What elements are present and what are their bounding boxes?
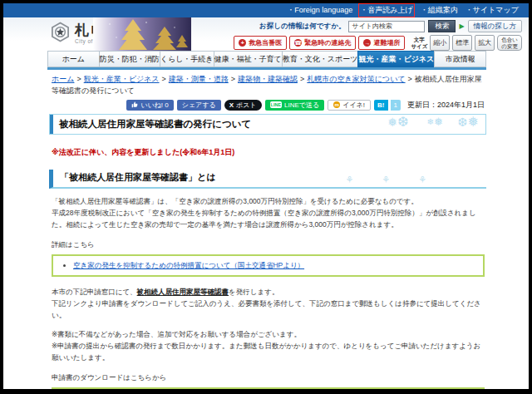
search-row: お探しの情報は何ですか。 検索 ▶ 情報の探し方 [259, 20, 522, 32]
thumbs-up-icon [131, 101, 138, 108]
topbar-link-sitemap[interactable]: ・サイトマップ [466, 5, 519, 16]
law-update-notice: ※法改正に伴い、内容を更新しました(令和6年1月1日) [52, 147, 485, 158]
breadcrumb-separator: > [231, 75, 235, 83]
share-button[interactable]: シェアする [177, 100, 221, 111]
evacuation-site-button[interactable]: → 避難場所 [358, 36, 405, 50]
external-link-box-mlit: 空き家の発生を抑制するための特例措置について（国土交通省HPより） [52, 254, 485, 277]
nav-tab-tourism-business[interactable]: 観光・産業・ビジネス [357, 51, 434, 67]
mixi-icon: m [333, 101, 340, 108]
global-nav: ホーム 防災・防犯・消防 くらし・手続き 健康・福祉・子育て 教育・文化・スポー… [47, 51, 486, 67]
download-label-block: 申請書のダウンロードはこちらから [52, 372, 487, 383]
flower-decoration: ⚘ ⚘ ⚘ [345, 175, 426, 185]
nav-underline [47, 67, 486, 70]
line-share-button[interactable]: LINE LINEで送る [265, 100, 325, 111]
breadcrumb-home[interactable]: ホーム [52, 75, 74, 83]
updated-date: 更新日：2024年1月1日 [407, 100, 485, 111]
how-to-find-info-button[interactable]: 情報の探し方 [468, 20, 522, 32]
nav-tab-education[interactable]: 教育・文化・スポーツ [282, 51, 358, 67]
paragraph-definition: 「被相続人居住用家屋等確認書」は、「空き家の譲渡所得の3,000万円特別控除」を… [52, 195, 487, 207]
nav-tab-health[interactable]: 健康・福祉・子育て [214, 51, 282, 67]
topbar-link-organization[interactable]: ・組織案内 [421, 5, 458, 16]
phone-icon: ☎ [294, 39, 302, 47]
sapporo-emblem-icon [50, 22, 71, 46]
confirmation-doc-emphasis: 被相続人居住用家屋等確認書 [137, 288, 229, 296]
top-utility-bar: ・Foreign language ・音声読み上げ ・組織案内 ・サイトマップ [3, 3, 529, 17]
page-title: 被相続人居住用家屋等確認書の発行について [53, 115, 251, 134]
section-heading-what-is: 「被相続人居住用家屋等確認書」とは ⚘ ⚘ ⚘ [49, 170, 486, 189]
breadcrumb-separator: > [76, 75, 81, 83]
snowflake-icon: ❆ [397, 116, 408, 129]
search-question-label: お探しの情報は何ですか。 [259, 22, 345, 32]
notes-block: ※書類に不備などがあった場合、追加で対応をお願いする場合がございます。 ※申請書… [52, 328, 487, 363]
site-header: 札幌市 City of Sapporo [3, 17, 529, 51]
nav-tab-home[interactable]: ホーム [47, 51, 99, 67]
flower-icon: ⚘ [345, 175, 353, 185]
sapporo-city-page: { "colors": { "topbar_bg": "#1c5fa8", "a… [0, 0, 532, 394]
nav-tab-disaster[interactable]: 防災・防犯・消防 [99, 51, 160, 67]
breadcrumb-tourism[interactable]: 観光・産業・ビジネス [84, 75, 160, 83]
emergency-contact-label: 緊急時の連絡先 [304, 38, 351, 47]
social-share-row: いいね! 0 シェアする X ポスト LINE LINEで送る m イイネ! B… [52, 100, 485, 111]
emergency-doctor-label: 救急当番医 [249, 38, 282, 47]
line-icon: LINE [270, 101, 283, 108]
hatena-icon: B! [374, 100, 387, 111]
paragraph-issuance: 本市の下記申請窓口にて、被相続人居住用家屋等確認書を発行します。 [52, 286, 487, 298]
flower-icon: ⚘ [418, 175, 426, 185]
font-size-label: 文字 サイズ [411, 37, 427, 49]
font-size-large-button[interactable]: 拡大 [475, 35, 495, 51]
facebook-like-button[interactable]: いいね! 0 [126, 100, 173, 111]
font-size-standard-button[interactable]: 標準 [452, 35, 472, 51]
search-button[interactable]: 検索 [428, 20, 456, 32]
mlit-special-measure-link[interactable]: 空き家の発生を抑制するための特例措置について（国土交通省HPより） [73, 261, 304, 269]
details-label: 詳細はこちら [52, 239, 487, 250]
winter-illumination-banner [93, 17, 191, 51]
breadcrumb-separator: > [162, 75, 166, 83]
paragraph-download-submit: 下記リンクより申請書をダウンロードしてご記入のうえ、必要書類を添付して、下記の窓… [52, 298, 487, 321]
breadcrumb-separator: > [408, 75, 412, 83]
details-label-block: 詳細はこちら [52, 239, 487, 250]
breadcrumb-separator: > [300, 75, 304, 83]
list-item: 空き家の発生を抑制するための特例措置について（国土交通省HPより） [73, 260, 475, 271]
topbar-link-foreign-language[interactable]: ・Foreign language [287, 5, 352, 16]
hatena-count: 1 [391, 100, 401, 111]
arrow-right-icon: ▶ [459, 22, 464, 30]
site-search-input[interactable] [348, 21, 425, 32]
flower-icon: ⚘ [382, 175, 390, 185]
nav-tab-city-info[interactable]: 市政情報 [434, 51, 486, 67]
evacuation-site-label: 避難場所 [373, 38, 400, 47]
snowflake-decoration: ❅ ❆ ❄ ❅ ❆ ❅ [387, 116, 479, 129]
emergency-contact-button[interactable]: ☎ 緊急時の連絡先 [289, 36, 356, 50]
plus-icon: + [239, 39, 246, 47]
emergency-doctor-button[interactable]: + 救急当番医 [234, 36, 287, 50]
snowflake-icon: ❅ [387, 116, 397, 128]
breadcrumb: ホーム>観光・産業・ビジネス>建築・測量・道路>建築物・建築確認>札幌市の空き家… [52, 74, 487, 97]
nav-tab-living[interactable]: くらし・手続き [160, 51, 214, 67]
snowflake-icon: ❅ [434, 116, 443, 127]
application-instructions: 本市の下記申請窓口にて、被相続人居住用家屋等確認書を発行します。 下記リンクより… [52, 286, 487, 321]
hatena-bookmark-button[interactable]: B! 1 [374, 100, 401, 111]
topbar-link-voice-readout[interactable]: ・音声読み上げ [360, 5, 412, 16]
snowflake-icon: ❆ [458, 116, 468, 128]
mixi-check-button[interactable]: m イイネ! [328, 100, 371, 111]
x-post-button[interactable]: X ポスト [224, 100, 262, 111]
breadcrumb-vacant-house[interactable]: 札幌市の空き家対策について [307, 75, 405, 83]
download-link-box: 「被相続人居住用家屋等申請書・確認書」（国土交通省HPからダウンロード） [52, 387, 485, 394]
x-logo-icon: X [229, 101, 234, 109]
breadcrumb-construction[interactable]: 建築・測量・道路 [169, 75, 229, 83]
intro-paragraphs: 「被相続人居住用家屋等確認書」は、「空き家の譲渡所得の3,000万円特別控除」を… [52, 195, 487, 230]
font-size-small-button[interactable]: 縮小 [430, 35, 450, 51]
download-label: 申請書のダウンロードはこちらから [52, 372, 487, 383]
quick-links-row: + 救急当番医 ☎ 緊急時の連絡先 → 避難場所 文字 サイズ 縮小 標準 拡大… [234, 35, 522, 51]
note-processing-days: ※申請書の提出から確認書の発行まで数日かかります。また郵送も日数がかかりますので… [52, 340, 487, 363]
paragraph-tax-reform: 平成28年度税制改正において「空き家の発生を抑制するための特例措置（空き家の譲渡… [52, 207, 487, 230]
snowflake-icon: ❅ [468, 116, 479, 129]
page-title-box: 被相続人居住用家屋等確認書の発行について ❅ ❆ ❄ ❅ ❆ ❅ [49, 114, 486, 135]
breadcrumb-building-confirmation[interactable]: 建築物・建築確認 [238, 75, 298, 83]
snowflake-icon: ❄ [427, 118, 434, 126]
color-scheme-button[interactable]: 色合い の変更 [497, 35, 522, 51]
arrow-icon: → [363, 39, 371, 47]
note-incomplete-documents: ※書類に不備などがあった場合、追加で対応をお願いする場合がございます。 [52, 328, 487, 340]
